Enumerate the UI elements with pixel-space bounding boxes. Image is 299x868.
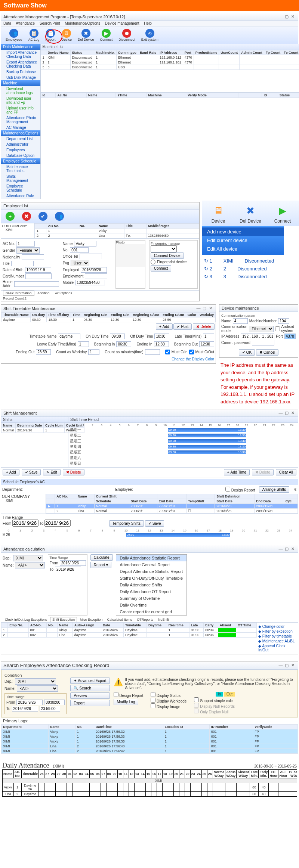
col-header[interactable]: Beginning Date: [16, 423, 44, 428]
col-header[interactable]: No.: [47, 623, 58, 628]
cw-field[interactable]: [88, 349, 99, 355]
table-row[interactable]: XIMIVicky12016/9/26 17:56:331001FP: [1, 734, 298, 739]
report-item[interactable]: Create report for current grid: [116, 608, 187, 615]
col-header[interactable]: Status: [70, 50, 94, 55]
link-item[interactable]: ◆ Filter by exception: [258, 629, 296, 634]
col-header[interactable]: Timetable Name: [1, 313, 31, 317]
col-header[interactable]: IP Address: [158, 50, 183, 55]
stt-post[interactable]: ✔ Post: [173, 323, 192, 330]
col-header[interactable]: Comm type: [116, 50, 138, 55]
col-header[interactable]: Port: [183, 50, 194, 55]
connect-button[interactable]: Connect: [151, 265, 171, 272]
menu-help[interactable]: Help: [144, 21, 152, 25]
preview-button[interactable]: Preview: [70, 692, 110, 699]
branch[interactable]: XIMI: [2, 228, 34, 232]
no-field[interactable]: [70, 247, 89, 253]
sm-edit[interactable]: ✎ Edit: [43, 469, 60, 475]
bin-field[interactable]: [116, 341, 131, 347]
col-header[interactable]: Daytime: [147, 623, 167, 628]
emp-facegroup[interactable]: 👥: [53, 211, 66, 221]
col-header[interactable]: Beginning C/Out: [131, 313, 161, 317]
side-item[interactable]: Export Attendance Checking Data: [1, 59, 40, 69]
col-header[interactable]: First off-duty: [47, 313, 71, 317]
dm-pw[interactable]: [252, 340, 274, 345]
tb-ac-log[interactable]: 📋AC Log: [26, 28, 42, 42]
col-header[interactable]: Early: [204, 623, 218, 628]
dm-ip[interactable]: [241, 334, 274, 339]
gender-field[interactable]: Female: [16, 247, 40, 254]
report-item[interactable]: Daily Attendance Statistic Report: [116, 555, 187, 561]
menu-item[interactable]: Add new device: [202, 227, 284, 236]
sm-addtime[interactable]: + Add Time: [224, 469, 250, 475]
company[interactable]: OUR COMPANY: [2, 224, 34, 228]
tab-ot[interactable]: OTReports: [135, 617, 155, 622]
col-header[interactable]: Department: [1, 725, 49, 729]
table-row[interactable]: 11Vicky: [35, 229, 199, 233]
col-header[interactable]: ID Number: [209, 725, 253, 729]
tab-clock[interactable]: Clock In/Out Log Exceptions: [3, 617, 49, 622]
report-item[interactable]: Depart Attendance Statistic Report: [116, 568, 187, 575]
sm-save[interactable]: ✔ Save: [22, 469, 41, 475]
calc-dep[interactable]: XIMI: [13, 555, 43, 561]
calc-to[interactable]: [55, 567, 81, 572]
calc-name[interactable]: <All>: [15, 562, 45, 568]
link-item[interactable]: ◆ Filter by timetable: [258, 634, 296, 639]
link-item[interactable]: ◆ Maintenance AL/BL: [258, 639, 296, 644]
table-row[interactable]: 1001Vickydaytime2016/9/26Daytime101:0000…: [1, 628, 257, 633]
col-header[interactable]: Fp Count: [264, 50, 282, 55]
sched-to[interactable]: [44, 520, 71, 527]
design-check[interactable]: [225, 487, 230, 492]
col-header[interactable]: Device Name: [46, 50, 70, 55]
col-header[interactable]: Status: [278, 93, 299, 98]
search-to-d[interactable]: [12, 706, 38, 712]
min-button[interactable]: —: [278, 14, 284, 19]
side-item[interactable]: Administrator: [1, 142, 40, 147]
menu-data[interactable]: Data: [3, 21, 11, 25]
dm-ok[interactable]: ✔ OK: [239, 349, 255, 356]
tb-employees[interactable]: 👥Employees: [3, 28, 25, 42]
title-field[interactable]: [11, 261, 34, 266]
col-header[interactable]: [35, 224, 46, 229]
tb-connect[interactable]: ▶Connect: [98, 28, 115, 42]
tb-del-device[interactable]: ✖Del Device: [75, 28, 96, 42]
col-header[interactable]: ProductName: [194, 50, 219, 55]
side-item[interactable]: Maintenance Timetables: [1, 164, 40, 174]
card-field[interactable]: [25, 273, 52, 279]
search-from-d[interactable]: [16, 700, 43, 705]
connect-device-button[interactable]: Connect Device: [151, 252, 184, 259]
side-item[interactable]: Database Option: [1, 153, 40, 158]
fp-device-select[interactable]: [151, 245, 177, 252]
sm-add[interactable]: + Add: [3, 469, 19, 475]
calculate-button[interactable]: Calculate: [90, 554, 113, 561]
tab-addition[interactable]: Addition: [35, 291, 52, 295]
search-to-t[interactable]: [40, 706, 60, 712]
side-item[interactable]: Usb Disk Manage: [1, 75, 40, 80]
col-header[interactable]: Fc Count: [282, 50, 299, 55]
col-header[interactable]: [254, 93, 262, 98]
nat-field[interactable]: [22, 254, 44, 260]
col-header[interactable]: Machine: [147, 93, 186, 98]
col-header[interactable]: On-duty: [30, 313, 47, 317]
acno-field[interactable]: [16, 241, 35, 247]
big-del-device[interactable]: ✖Del Device: [236, 203, 265, 224]
tb-disconnect[interactable]: ⏺Disconnect: [116, 28, 138, 42]
col-header[interactable]: Name: [57, 623, 73, 628]
emp2-field[interactable]: [85, 273, 107, 279]
disp-workcode[interactable]: [151, 698, 155, 703]
tab-misc[interactable]: Misc Exception: [78, 617, 105, 622]
table-row[interactable]: 22Disconnected1Ethernet192.168.1.2014370: [41, 60, 299, 65]
search-button[interactable]: 🔍 Search: [70, 685, 110, 691]
col-header[interactable]: Name: [49, 725, 75, 729]
on-field[interactable]: [110, 334, 125, 339]
close-button[interactable]: ✕: [290, 14, 296, 19]
tab-shiftex[interactable]: Shift Exception: [50, 617, 77, 622]
col-header[interactable]: sTime: [116, 93, 147, 98]
col-header[interactable]: Workday: [198, 313, 216, 317]
tab-calcitems[interactable]: Calculated Items: [105, 617, 134, 622]
emp-add[interactable]: +: [3, 211, 17, 221]
name-field[interactable]: [74, 241, 96, 247]
sched-from[interactable]: [12, 520, 38, 527]
table-row[interactable]: XIMILina22016/9/26 17:56:401001FP: [1, 744, 298, 749]
col-header[interactable]: Late: [189, 623, 204, 628]
link-item[interactable]: ◆ Append Clock In/Out: [258, 644, 296, 652]
